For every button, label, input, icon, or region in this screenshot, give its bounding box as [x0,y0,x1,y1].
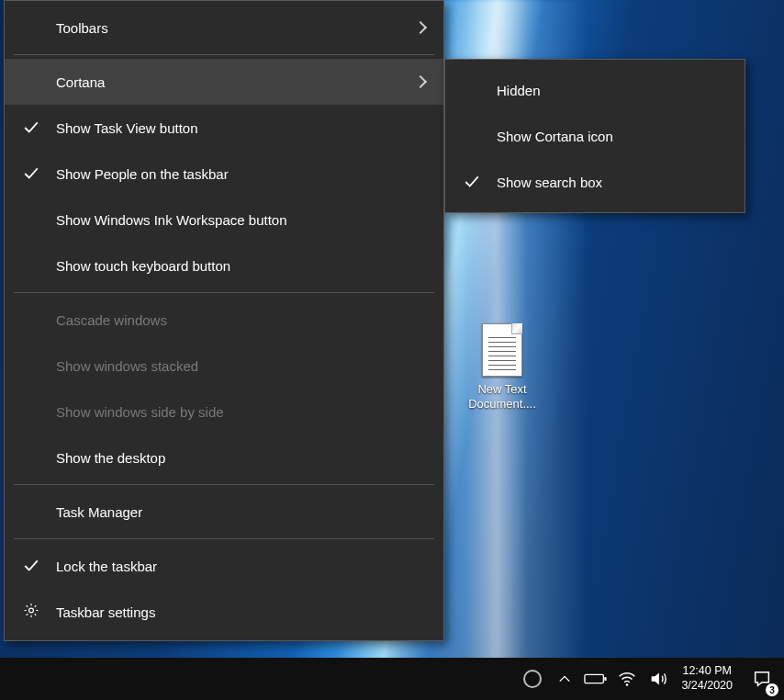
checkmark-icon [23,165,39,182]
submenu-item-show-search-box[interactable]: Show search box [445,159,745,205]
svg-point-3 [626,683,629,686]
desktop-icon-new-text-document[interactable]: New Text Document.... [452,323,553,412]
submenu-item-show-cortana-icon[interactable]: Show Cortana icon [445,113,745,159]
svg-rect-1 [585,674,603,683]
taskbar-cortana-button[interactable] [516,658,549,700]
menu-separator [14,54,434,55]
tray-date: 3/24/2020 [681,679,733,694]
checkmark-icon [464,174,480,190]
tray-clock[interactable]: 12:40 PM 3/24/2020 [674,664,740,693]
menu-item-show-the-desktop[interactable]: Show the desktop [5,435,443,480]
checkmark-icon [23,558,39,574]
svg-point-0 [29,608,34,613]
menu-item-show-ink-workspace[interactable]: Show Windows Ink Workspace button [5,197,443,243]
menu-item-show-windows-stacked: Show windows stacked [5,343,443,389]
menu-item-cascade-windows: Cascade windows [5,297,443,343]
menu-item-taskbar-settings[interactable]: Taskbar settings [5,589,443,635]
speaker-icon [648,669,668,689]
svg-rect-2 [605,677,607,681]
tray-show-hidden-icons[interactable] [549,658,580,700]
menu-item-show-touch-keyboard[interactable]: Show touch keyboard button [5,243,443,288]
wifi-icon [617,669,637,689]
tray-battery[interactable] [580,658,611,700]
menu-item-lock-the-taskbar[interactable]: Lock the taskbar [5,543,443,589]
menu-item-show-windows-side-by-side: Show windows side by side [5,389,443,435]
menu-item-cortana[interactable]: Cortana [5,59,443,105]
cortana-icon [523,670,542,688]
cortana-submenu: Hidden Show Cortana icon Show search box [444,59,745,213]
submenu-item-hidden[interactable]: Hidden [445,67,745,113]
tray-wifi[interactable] [611,658,643,700]
taskbar[interactable]: 12:40 PM 3/24/2020 3 [0,658,784,700]
desktop-icon-label: New Text Document.... [452,382,553,412]
menu-separator [14,484,434,485]
battery-icon [584,672,608,686]
gear-icon [23,603,39,622]
text-document-icon [482,323,522,377]
chevron-right-icon [414,75,427,88]
menu-item-show-people[interactable]: Show People on the taskbar [5,151,443,197]
menu-item-toolbars[interactable]: Toolbars [5,5,443,51]
chevron-up-icon [558,672,571,685]
menu-separator [14,292,434,293]
taskbar-context-menu: Toolbars Cortana Show Task View button S… [4,0,444,641]
checkmark-icon [23,119,39,136]
tray-time: 12:40 PM [681,664,733,679]
tray-action-center[interactable]: 3 [740,658,784,700]
menu-item-show-task-view[interactable]: Show Task View button [5,105,443,151]
menu-separator [14,538,434,539]
action-center-badge: 3 [766,683,778,696]
menu-item-task-manager[interactable]: Task Manager [5,489,443,535]
tray-volume[interactable] [643,658,674,700]
chevron-right-icon [414,21,427,34]
